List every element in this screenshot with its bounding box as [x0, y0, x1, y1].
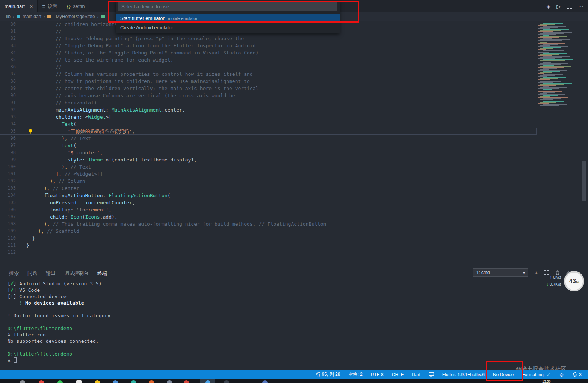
line-number[interactable]: 112: [0, 249, 16, 256]
code-line-87[interactable]: 87 // Column has various properties to c…: [0, 71, 537, 78]
code-line-101[interactable]: 101 ], // <Widget>[]: [0, 170, 537, 178]
taskbar-app-icon[interactable]: [39, 380, 44, 383]
line-number[interactable]: 87: [0, 71, 16, 78]
tab-main-dart[interactable]: main.dart ×: [0, 0, 38, 12]
panel-tab-search[interactable]: 搜索: [8, 268, 20, 279]
taskbar-app-icon[interactable]: [184, 380, 189, 383]
code-line-107[interactable]: 107 child: Icon(Icons.add),: [0, 213, 537, 220]
panel-tab-debug-console[interactable]: 调试控制台: [63, 268, 89, 279]
code-line-109[interactable]: 109 ); // Scaffold: [0, 228, 537, 235]
code-line-83[interactable]: 83 // "Toggle Debug Paint" action from t…: [0, 42, 537, 49]
taskbar-active-app[interactable]: [200, 379, 215, 383]
line-number[interactable]: 93: [0, 113, 16, 121]
breadcrumb-item-class[interactable]: _MyHomePageState: [53, 14, 95, 19]
line-number[interactable]: 81: [0, 28, 16, 35]
line-number[interactable]: 104: [0, 192, 16, 199]
quick-pick-item-create-emulator[interactable]: Create Android emulator: [116, 23, 340, 32]
devtools-icon[interactable]: ◈: [546, 3, 550, 9]
feedback-icon[interactable]: [425, 370, 438, 379]
code-line-93[interactable]: 93 children: <Widget>[: [0, 113, 537, 121]
code-line-88[interactable]: 88 // how it positions its children. Her…: [0, 78, 537, 85]
code-line-103[interactable]: 103 ), // Center: [0, 185, 537, 192]
taskbar-app-icon[interactable]: [57, 380, 63, 383]
code-line-104[interactable]: 104 floatingActionButton: FloatingAction…: [0, 192, 537, 199]
line-number[interactable]: 108: [0, 220, 16, 228]
code-line-95[interactable]: 95 '干你娘的奶奶得爸爸得妈妈',: [0, 128, 537, 135]
taskbar-app-icon[interactable]: [262, 380, 268, 383]
close-icon[interactable]: ×: [30, 3, 33, 9]
code-line-106[interactable]: 106 tooltip: 'Increment',: [0, 206, 537, 213]
line-number[interactable]: 94: [0, 121, 16, 128]
line-number[interactable]: 90: [0, 92, 16, 99]
taskbar-app-icon[interactable]: [224, 380, 229, 383]
tab-settings-json[interactable]: {} settin: [62, 0, 89, 12]
panel-tab-output[interactable]: 输出: [45, 268, 56, 279]
breadcrumb-item-lib[interactable]: lib: [6, 14, 11, 19]
terminal-output[interactable]: [√] Android Studio (version 3.5)[√] VS C…: [8, 280, 113, 363]
line-number[interactable]: 95: [0, 128, 16, 135]
more-actions-icon[interactable]: ···: [578, 3, 583, 9]
code-line-92[interactable]: 92 mainAxisAlignment: MainAxisAlignment.…: [0, 106, 537, 113]
run-icon[interactable]: ▷: [556, 3, 561, 9]
line-number[interactable]: 105: [0, 199, 16, 206]
line-number[interactable]: 98: [0, 149, 16, 156]
status-language[interactable]: Dart: [408, 370, 425, 379]
feedback-smiley-icon[interactable]: ☺: [555, 370, 568, 379]
line-number[interactable]: 109: [0, 228, 16, 235]
new-terminal-icon[interactable]: +: [534, 270, 538, 276]
code-line-89[interactable]: 89 // center the children vertically; th…: [0, 85, 537, 92]
line-number[interactable]: 96: [0, 135, 16, 142]
code-line-108[interactable]: 108 ), // This trailing comma makes auto…: [0, 220, 537, 228]
status-indentation[interactable]: 空格: 2: [344, 370, 366, 379]
terminal-select[interactable]: 1: cmd ▾: [473, 268, 528, 277]
split-editor-icon[interactable]: [567, 4, 572, 9]
status-device[interactable]: No Device: [489, 370, 518, 379]
line-number[interactable]: 107: [0, 213, 16, 220]
minimap[interactable]: [537, 21, 581, 267]
taskbar-app-icon[interactable]: [167, 380, 172, 383]
code-line-85[interactable]: 85 // to see the wireframe for each widg…: [0, 56, 537, 63]
taskbar-app-icon[interactable]: [95, 380, 100, 383]
code-line-96[interactable]: 96 ), // Text: [0, 135, 537, 142]
code-line-98[interactable]: 98 '$_counter',: [0, 149, 537, 156]
code-line-90[interactable]: 90 // axis because Columns are vertical …: [0, 92, 537, 99]
line-number[interactable]: 83: [0, 42, 16, 49]
breadcrumb-item-file[interactable]: main.dart: [23, 14, 41, 19]
line-number[interactable]: 102: [0, 178, 16, 185]
line-number[interactable]: 103: [0, 185, 16, 192]
status-encoding[interactable]: UTF-8: [367, 370, 388, 379]
code-line-82[interactable]: 82 // Invoke "debug painting" (press "p"…: [0, 35, 537, 42]
taskbar-app-icon[interactable]: [76, 380, 82, 383]
notifications-bell[interactable]: 3: [568, 370, 586, 379]
code-line-102[interactable]: 102 ), // Column: [0, 178, 537, 185]
line-number[interactable]: 82: [0, 35, 16, 42]
lightbulb-icon[interactable]: [28, 128, 33, 136]
status-eol[interactable]: CRLF: [388, 370, 408, 379]
status-cursor-position[interactable]: 行 95, 列 28: [312, 370, 344, 379]
tab-settings[interactable]: ≡ 设置: [38, 0, 62, 12]
quick-pick-item-start-emulator[interactable]: Start flutter emulator mobile emulator: [116, 14, 340, 23]
code-line-91[interactable]: 91 // horizontal).: [0, 99, 537, 106]
line-number[interactable]: 100: [0, 163, 16, 170]
scrollbar-thumb[interactable]: [582, 161, 586, 201]
line-number[interactable]: 86: [0, 63, 16, 71]
line-number[interactable]: 89: [0, 85, 16, 92]
status-flutter-version[interactable]: Flutter: 1.9.1+hotfix.6: [438, 370, 489, 379]
line-number[interactable]: 97: [0, 142, 16, 149]
code-editor[interactable]: 80 // children horizontally, and tries t…: [0, 21, 537, 267]
code-line-99[interactable]: 99 style: Theme.of(context).textTheme.di…: [0, 156, 537, 163]
line-number[interactable]: 92: [0, 106, 16, 113]
code-line-97[interactable]: 97 Text(: [0, 142, 537, 149]
quick-pick-input[interactable]: [118, 2, 337, 11]
code-line-112[interactable]: 112: [0, 249, 537, 256]
line-number[interactable]: 99: [0, 156, 16, 163]
code-line-110[interactable]: 110 }: [0, 235, 537, 242]
line-number[interactable]: 110: [0, 235, 16, 242]
taskbar-app-icon[interactable]: [20, 380, 25, 383]
line-number[interactable]: 84: [0, 49, 16, 56]
code-line-100[interactable]: 100 ), // Text: [0, 163, 537, 170]
code-line-86[interactable]: 86 //: [0, 63, 537, 71]
line-number[interactable]: 85: [0, 56, 16, 63]
code-line-94[interactable]: 94 Text(: [0, 121, 537, 128]
line-number[interactable]: 80: [0, 21, 16, 28]
